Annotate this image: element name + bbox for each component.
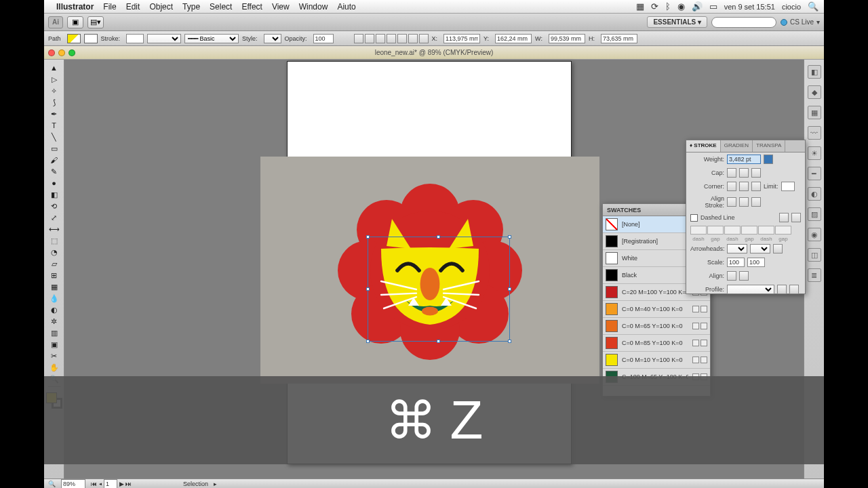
battery-icon[interactable]: ▭ bbox=[709, 1, 717, 12]
profile-flip-v[interactable] bbox=[789, 285, 799, 294]
corner-miter[interactable] bbox=[727, 182, 736, 191]
swatch-row[interactable]: C=0 M=65 Y=100 K=0 bbox=[603, 318, 710, 335]
graphic-styles-icon[interactable]: ◫ bbox=[808, 248, 821, 262]
window-controls[interactable] bbox=[48, 49, 75, 56]
corner-round[interactable] bbox=[739, 182, 749, 191]
dashed-checkbox[interactable] bbox=[690, 214, 698, 222]
shape-builder-tool[interactable]: ◔ bbox=[47, 247, 62, 258]
hand-tool[interactable]: ✋ bbox=[47, 362, 62, 373]
eyedropper-tool[interactable]: 💧 bbox=[47, 293, 62, 304]
selection-tool[interactable]: ▲ bbox=[47, 62, 62, 73]
slice-tool[interactable]: ✂ bbox=[47, 350, 62, 361]
timemachine-icon[interactable]: ⟳ bbox=[651, 1, 658, 12]
cap-butt[interactable] bbox=[727, 168, 736, 178]
line-tool[interactable]: ╲ bbox=[47, 131, 62, 142]
blob-brush-tool[interactable]: ● bbox=[47, 178, 62, 188]
opacity-input[interactable] bbox=[313, 34, 334, 43]
spaces-icon[interactable]: ▦ bbox=[636, 1, 644, 12]
wifi-icon[interactable]: ◉ bbox=[677, 1, 685, 12]
blend-tool[interactable]: ◐ bbox=[47, 304, 62, 315]
tab-gradient[interactable]: GRADIEN bbox=[721, 140, 753, 152]
pencil-tool[interactable]: ✎ bbox=[47, 166, 62, 177]
align-center[interactable] bbox=[727, 197, 736, 207]
stroke-panel[interactable]: ♦ STROKE GRADIEN TRANSPA Weight: Cap: Co… bbox=[686, 140, 806, 294]
zoom-input[interactable] bbox=[61, 479, 85, 489]
stroke-panel-icon[interactable]: ━ bbox=[808, 167, 821, 180]
zoom-icon[interactable]: 🔍 bbox=[48, 481, 56, 487]
menu-view[interactable]: View bbox=[272, 2, 290, 12]
eraser-tool[interactable]: ◧ bbox=[47, 189, 62, 200]
fill-swatch[interactable] bbox=[67, 34, 81, 43]
profile-flip-h[interactable] bbox=[777, 285, 787, 294]
swatch-row[interactable]: C=0 M=85 Y=100 K=0 bbox=[603, 335, 710, 352]
stroke-profile-select[interactable]: ━━━ Basic bbox=[184, 34, 239, 43]
rectangle-tool[interactable]: ▭ bbox=[47, 143, 62, 154]
x-input[interactable] bbox=[443, 34, 480, 43]
transparency-panel-icon[interactable]: ▨ bbox=[808, 207, 821, 221]
tab-stroke[interactable]: ♦ STROKE bbox=[686, 140, 721, 152]
stroke-weight-input[interactable] bbox=[126, 34, 144, 43]
arrow-end[interactable] bbox=[750, 244, 770, 253]
width-tool[interactable]: ⟷ bbox=[47, 224, 62, 235]
arrow-scale-end[interactable] bbox=[747, 258, 765, 267]
swatches-panel-icon[interactable]: ▦ bbox=[808, 106, 821, 119]
dash-preserve[interactable] bbox=[779, 213, 789, 222]
gradient-tool[interactable]: ▦ bbox=[47, 281, 62, 292]
rotate-tool[interactable]: ⟲ bbox=[47, 201, 62, 211]
free-transform-tool[interactable]: ⬚ bbox=[47, 235, 62, 246]
menubar-clock[interactable]: ven 9 set 15:51 bbox=[724, 3, 775, 11]
menu-edit[interactable]: Edit bbox=[126, 2, 140, 12]
swatch-row[interactable]: C=0 M=40 Y=100 K=0 bbox=[603, 301, 710, 318]
workspace-switcher[interactable]: ESSENTIALS ▾ bbox=[647, 16, 707, 28]
perspective-tool[interactable]: ▱ bbox=[47, 258, 62, 269]
align-inside[interactable] bbox=[739, 197, 749, 207]
stroke-weight-input[interactable] bbox=[727, 155, 761, 164]
align-outside[interactable] bbox=[751, 197, 761, 207]
page-nav[interactable]: ⏮ ◀ ▶ ⏭ bbox=[91, 479, 132, 489]
scale-tool[interactable]: ⤢ bbox=[47, 212, 62, 223]
transform-icons[interactable] bbox=[354, 34, 429, 43]
arrange-button[interactable]: ▤▾ bbox=[87, 16, 104, 28]
paintbrush-tool[interactable]: 🖌 bbox=[47, 155, 62, 165]
mesh-tool[interactable]: ⊞ bbox=[47, 270, 62, 281]
symbol-sprayer-tool[interactable]: ✲ bbox=[47, 316, 62, 327]
profile-select[interactable] bbox=[727, 285, 774, 294]
gradient-panel-icon[interactable]: ◐ bbox=[808, 187, 821, 201]
brush-select[interactable] bbox=[147, 34, 181, 43]
miter-limit-input[interactable] bbox=[781, 182, 795, 191]
corner-bevel[interactable] bbox=[751, 182, 761, 191]
arrow-align-end[interactable] bbox=[739, 271, 749, 281]
layers-panel-icon[interactable]: ≣ bbox=[808, 268, 821, 282]
type-tool[interactable]: T bbox=[47, 120, 62, 131]
menu-object[interactable]: Object bbox=[149, 2, 173, 12]
brushes-panel-icon[interactable]: 〰 bbox=[808, 126, 821, 140]
w-input[interactable] bbox=[549, 34, 585, 43]
color-panel-icon[interactable]: ◧ bbox=[808, 65, 821, 79]
cslive-button[interactable]: CS Live ▾ bbox=[781, 18, 820, 26]
arrow-scale-start[interactable] bbox=[727, 258, 745, 267]
menu-select[interactable]: Select bbox=[210, 2, 232, 12]
app-name[interactable]: Illustrator bbox=[56, 2, 94, 12]
arrow-swap[interactable] bbox=[773, 244, 783, 253]
direct-selection-tool[interactable]: ▷ bbox=[47, 74, 62, 85]
menubar-user[interactable]: ciocio bbox=[782, 3, 801, 11]
bridge-button[interactable]: ▣ bbox=[67, 16, 83, 28]
style-select[interactable] bbox=[264, 34, 281, 43]
graph-tool[interactable]: ▥ bbox=[47, 327, 62, 338]
weight-stepper[interactable] bbox=[764, 155, 773, 164]
h-input[interactable] bbox=[601, 34, 637, 43]
magic-wand-tool[interactable]: ✧ bbox=[47, 85, 62, 96]
pen-tool[interactable]: ✒ bbox=[47, 108, 62, 119]
help-search-input[interactable] bbox=[711, 17, 776, 28]
spotlight-icon[interactable]: 🔍 bbox=[808, 1, 818, 12]
y-input[interactable] bbox=[495, 34, 532, 43]
cap-round[interactable] bbox=[739, 168, 749, 178]
menu-window[interactable]: Window bbox=[299, 2, 328, 12]
menu-effect[interactable]: Effect bbox=[241, 2, 262, 12]
dash-align[interactable] bbox=[791, 213, 801, 222]
menu-type[interactable]: Type bbox=[182, 2, 200, 12]
lasso-tool[interactable]: ⟆ bbox=[47, 97, 62, 108]
artboard-tool[interactable]: ▣ bbox=[47, 339, 62, 350]
cap-square[interactable] bbox=[751, 168, 761, 178]
menu-file[interactable]: File bbox=[103, 2, 116, 12]
